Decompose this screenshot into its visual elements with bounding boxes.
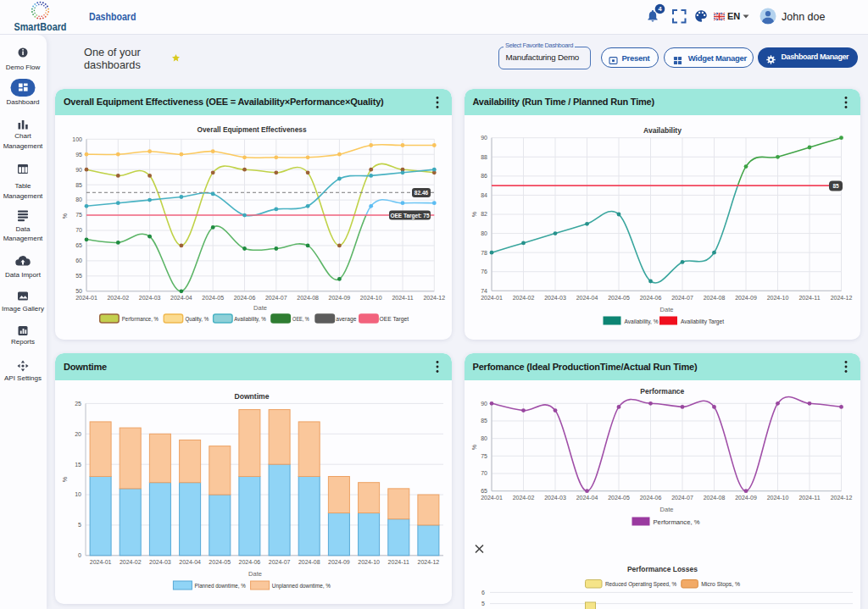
svg-text:Date: Date — [659, 506, 673, 513]
svg-text:2024-04: 2024-04 — [576, 294, 598, 300]
svg-text:%: % — [62, 477, 68, 482]
svg-text:2024-06: 2024-06 — [239, 559, 261, 565]
svg-text:2024-08: 2024-08 — [703, 294, 725, 300]
svg-text:2024-09: 2024-09 — [735, 294, 757, 300]
svg-text:Micro Stops, %: Micro Stops, % — [701, 581, 740, 588]
svg-text:Performance, %: Performance, % — [122, 316, 159, 322]
svg-text:2024-04: 2024-04 — [576, 495, 598, 501]
svg-text:2024-03: 2024-03 — [139, 295, 161, 301]
svg-text:2024-10: 2024-10 — [358, 559, 380, 565]
svg-text:Table: Table — [14, 182, 31, 190]
svg-text:75: 75 — [481, 453, 487, 459]
svg-text:84: 84 — [481, 191, 487, 197]
svg-text:%: % — [471, 445, 477, 450]
svg-text:Image Gallery: Image Gallery — [2, 305, 44, 313]
svg-text:2024-12: 2024-12 — [830, 294, 852, 300]
svg-text:2024-01: 2024-01 — [481, 294, 503, 300]
svg-text:85: 85 — [481, 418, 487, 424]
svg-text:2024-09: 2024-09 — [735, 495, 757, 501]
svg-text:78: 78 — [481, 249, 487, 255]
svg-text:2024-09: 2024-09 — [328, 559, 350, 565]
svg-text:2024-08: 2024-08 — [297, 295, 319, 301]
svg-text:100: 100 — [72, 136, 82, 141]
svg-text:Dashboard: Dashboard — [6, 98, 39, 106]
svg-text:2024-06: 2024-06 — [639, 495, 661, 501]
svg-text:2024-05: 2024-05 — [608, 294, 630, 300]
svg-text:Availability Target: Availability Target — [681, 318, 724, 324]
svg-text:Quality, %: Quality, % — [185, 316, 209, 323]
svg-text:60: 60 — [75, 257, 82, 263]
svg-text:EN: EN — [727, 11, 740, 21]
svg-text:%: % — [471, 211, 477, 216]
svg-text:2024-11: 2024-11 — [798, 294, 820, 300]
svg-text:75: 75 — [75, 212, 82, 218]
svg-text:2024-10: 2024-10 — [766, 495, 788, 501]
svg-text:2024-07: 2024-07 — [265, 295, 287, 301]
svg-text:John doe: John doe — [782, 10, 826, 23]
svg-text:Planned downtime, %: Planned downtime, % — [195, 583, 246, 589]
svg-text:Availability, %: Availability, % — [624, 318, 658, 324]
svg-text:65: 65 — [481, 488, 487, 494]
svg-text:2024-08: 2024-08 — [703, 495, 725, 501]
svg-text:2024-02: 2024-02 — [120, 559, 142, 565]
svg-text:15: 15 — [75, 462, 81, 468]
svg-text:2024-03: 2024-03 — [544, 294, 566, 300]
svg-text:2024-11: 2024-11 — [388, 559, 409, 565]
svg-text:SmartBoard: SmartBoard — [14, 20, 67, 33]
svg-text:2024-12: 2024-12 — [423, 295, 445, 301]
svg-text:Reports: Reports — [11, 338, 35, 346]
svg-text:Downtime: Downtime — [235, 391, 270, 401]
svg-text:OEE Target: OEE Target — [380, 316, 409, 323]
svg-text:0: 0 — [78, 552, 81, 558]
svg-text:Date: Date — [248, 570, 262, 578]
svg-text:88: 88 — [481, 153, 487, 159]
svg-text:OEE Target: 75: OEE Target: 75 — [390, 212, 430, 219]
svg-text:2024-07: 2024-07 — [269, 559, 291, 565]
svg-text:2024-06: 2024-06 — [234, 295, 256, 301]
svg-text:95: 95 — [75, 151, 82, 157]
svg-text:Performance, %: Performance, % — [653, 519, 699, 525]
svg-text:5: 5 — [481, 601, 485, 606]
svg-text:Performance: Performance — [640, 386, 684, 396]
svg-text:Dashboard: Dashboard — [89, 10, 136, 23]
svg-text:50: 50 — [75, 288, 82, 294]
svg-text:2024-02: 2024-02 — [107, 295, 129, 301]
svg-text:2024-05: 2024-05 — [608, 495, 630, 501]
svg-text:90: 90 — [481, 135, 487, 141]
svg-text:74: 74 — [481, 287, 487, 293]
svg-text:Date: Date — [659, 305, 673, 313]
svg-text:20: 20 — [75, 431, 81, 437]
svg-text:2024-01: 2024-01 — [90, 559, 112, 565]
svg-text:Date: Date — [253, 304, 267, 312]
svg-text:2024-12: 2024-12 — [418, 559, 440, 565]
svg-text:6: 6 — [481, 590, 485, 595]
svg-text:Management: Management — [3, 235, 43, 242]
svg-text:2024-02: 2024-02 — [512, 495, 534, 501]
svg-text:86: 86 — [481, 173, 487, 179]
svg-text:Data: Data — [16, 225, 31, 233]
svg-text:76: 76 — [481, 269, 487, 274]
svg-text:Unplanned downtime, %: Unplanned downtime, % — [272, 583, 331, 590]
svg-text:Availability, %: Availability, % — [234, 316, 265, 323]
svg-text:70: 70 — [75, 227, 82, 233]
svg-text:25: 25 — [75, 401, 81, 407]
svg-text:Overall Equipment Effectivenes: Overall Equipment Effectiveness — [198, 125, 307, 134]
svg-text:82.46: 82.46 — [415, 190, 429, 196]
svg-text:2024-10: 2024-10 — [766, 294, 788, 300]
svg-text:2024-08: 2024-08 — [298, 559, 320, 565]
svg-text:2024-07: 2024-07 — [671, 294, 693, 300]
svg-text:2024-07: 2024-07 — [671, 495, 693, 501]
svg-text:80: 80 — [481, 230, 487, 235]
svg-text:Chart: Chart — [14, 132, 31, 140]
svg-text:2024-05: 2024-05 — [209, 559, 231, 565]
svg-text:Management: Management — [3, 142, 43, 150]
svg-text:80: 80 — [481, 435, 487, 441]
svg-text:2024-09: 2024-09 — [329, 295, 351, 301]
svg-text:2024-01: 2024-01 — [481, 495, 503, 501]
svg-text:70: 70 — [481, 470, 487, 476]
svg-text:10: 10 — [75, 491, 81, 497]
svg-text:80: 80 — [75, 197, 82, 202]
svg-text:Data Import: Data Import — [5, 271, 42, 279]
svg-text:average: average — [336, 316, 356, 323]
svg-text:2024-10: 2024-10 — [360, 295, 382, 301]
